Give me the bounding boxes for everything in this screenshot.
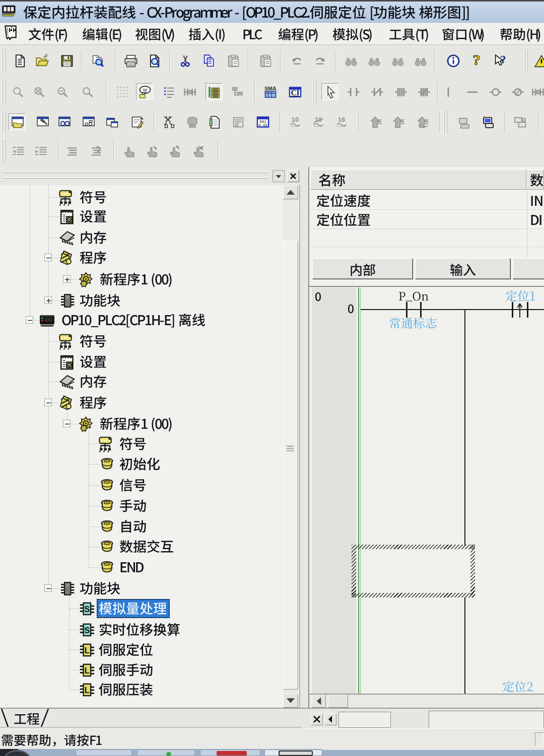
svg-text:?: ? [500, 54, 506, 66]
svg-text:W: W [143, 88, 148, 93]
svg-text:S: S [84, 604, 90, 614]
svg-text:L: L [85, 666, 90, 675]
svg-text:10: 10 [292, 116, 299, 123]
svg-text:S: S [84, 626, 90, 635]
svg-text:16: 16 [338, 116, 345, 123]
svg-text:0.02: 0.02 [258, 123, 268, 127]
svg-text:SMA: SMA [264, 86, 277, 92]
svg-text:L: L [85, 646, 90, 655]
svg-text:CI: CI [291, 88, 300, 97]
svg-text:?: ? [472, 54, 480, 68]
svg-text:L: L [85, 686, 90, 695]
